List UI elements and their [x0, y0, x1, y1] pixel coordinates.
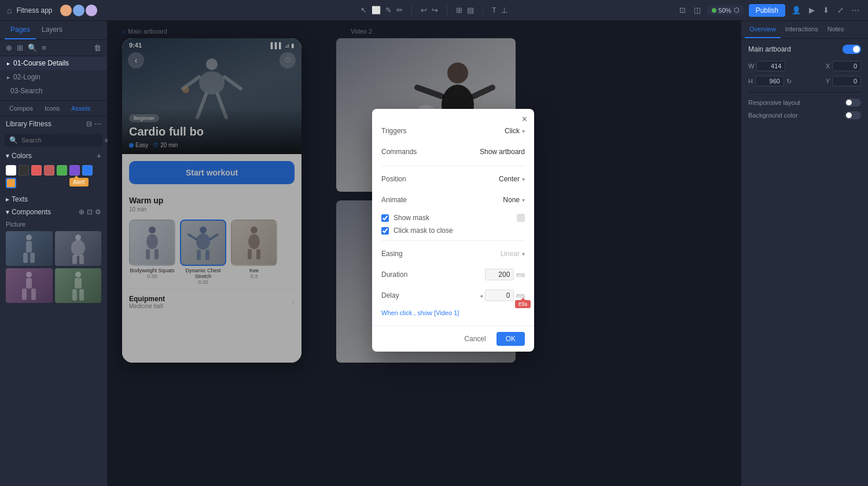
- tab-layers[interactable]: Layers: [36, 21, 68, 39]
- play-icon[interactable]: ▶: [807, 5, 816, 16]
- color-swatch-blue[interactable]: [82, 165, 93, 176]
- draw-tool[interactable]: ✏: [395, 5, 404, 16]
- home-icon[interactable]: ⌂: [7, 6, 12, 15]
- text-tool[interactable]: T: [490, 5, 498, 16]
- picture-thumb-2[interactable]: [55, 231, 102, 266]
- avatar-3: [85, 4, 98, 17]
- frame-tool[interactable]: ⬜: [370, 5, 382, 16]
- duration-input[interactable]: [485, 269, 514, 280]
- add-comp-icon[interactable]: ⊕: [79, 208, 84, 216]
- undo-tool[interactable]: ↩: [419, 5, 429, 16]
- settings-comp-icon[interactable]: ⚙: [95, 208, 101, 216]
- picture-thumb-1[interactable]: [6, 231, 53, 266]
- list-icon[interactable]: ≡: [41, 42, 47, 53]
- height-input[interactable]: [755, 76, 784, 86]
- width-input[interactable]: [756, 61, 785, 71]
- delay-input[interactable]: [485, 290, 514, 301]
- search-bar[interactable]: 🔍 ≡: [5, 134, 102, 147]
- topbar: ⌂ Fitness app ↖ ⬜ ✎ ✏ ↩ ↪ ⊞ ▤ T ⊥ ⊡ ◫: [0, 0, 868, 21]
- search-input[interactable]: [21, 137, 101, 144]
- when-click-text: When click , show [Video 1]: [381, 309, 525, 316]
- publish-button[interactable]: Publish: [749, 4, 785, 17]
- x-input[interactable]: [832, 61, 861, 71]
- animate-chevron: ▾: [522, 197, 525, 203]
- artboard-toggle[interactable]: [843, 45, 861, 54]
- ella-badge: Ella: [515, 300, 531, 308]
- search-icon: 🔍: [9, 136, 18, 144]
- show-mask-checkbox[interactable]: [381, 214, 389, 222]
- progress-icon: ⬡: [734, 6, 740, 14]
- easing-value[interactable]: Linear ▾: [501, 250, 525, 258]
- svg-rect-3: [30, 253, 35, 263]
- responsive-toggle[interactable]: [845, 98, 861, 107]
- color-swatch-purple[interactable]: [69, 165, 80, 176]
- grid-tool[interactable]: ⊞: [454, 5, 464, 16]
- users-icon[interactable]: 👤: [790, 5, 803, 16]
- picture-thumb-4[interactable]: [55, 268, 102, 303]
- figure-svg-3: [17, 270, 41, 302]
- more-library-icon[interactable]: ⋯: [94, 120, 101, 128]
- import-comp-icon[interactable]: ⊡: [87, 208, 93, 216]
- tab-notes[interactable]: Notes: [823, 21, 849, 38]
- svg-rect-15: [79, 289, 84, 301]
- figure-1: [6, 231, 53, 266]
- color-swatch-red[interactable]: [31, 165, 42, 176]
- expand-icon[interactable]: ⤢: [836, 5, 845, 16]
- y-input[interactable]: [832, 76, 861, 86]
- tab-overview[interactable]: Overview: [745, 21, 781, 38]
- animate-row: Animate None ▾: [381, 193, 525, 207]
- y-label: Y: [826, 78, 830, 85]
- pen-tool[interactable]: ✎: [384, 5, 393, 16]
- tab-pages[interactable]: Pages: [5, 21, 36, 39]
- download-icon[interactable]: ⬇: [821, 5, 831, 16]
- refresh-icon[interactable]: ↻: [786, 78, 792, 85]
- components-section-header[interactable]: ▾ Components ⊕ ⊡ ⚙: [0, 206, 107, 218]
- colors-section-header[interactable]: ▾ Colors +: [0, 149, 107, 163]
- easing-chevron: ▾: [522, 251, 525, 257]
- texts-section-header[interactable]: ▸ Texts: [0, 193, 107, 206]
- background-toggle[interactable]: [845, 111, 861, 119]
- modal-close-button[interactable]: ×: [522, 115, 527, 124]
- more-icon[interactable]: ⋯: [850, 5, 861, 16]
- position-value[interactable]: Center ▾: [499, 175, 525, 183]
- select-tool[interactable]: ↖: [359, 5, 369, 16]
- color-swatch-orange[interactable]: [6, 178, 16, 188]
- add-item-icon[interactable]: ⊞: [16, 42, 24, 53]
- avatar-group: [60, 4, 98, 17]
- triggers-value[interactable]: Click ▾: [505, 127, 525, 135]
- tab-interactions[interactable]: Interactions: [781, 21, 823, 38]
- cancel-button[interactable]: Cancel: [458, 332, 491, 346]
- topbar-left: ⌂ Fitness app: [7, 6, 53, 15]
- delay-cursor: ◂: [480, 293, 483, 299]
- color-swatch-white[interactable]: [6, 165, 16, 176]
- click-mask-label: Click mask to close: [393, 226, 453, 235]
- ok-button[interactable]: OK: [496, 332, 525, 346]
- add-page-icon[interactable]: ⊕: [5, 42, 13, 53]
- picture-label: Picture: [6, 221, 101, 228]
- layout-tool[interactable]: ▤: [465, 5, 476, 16]
- components-arrow: ▾: [6, 208, 9, 216]
- page-item-login[interactable]: ▸ 02-Login: [0, 70, 107, 84]
- monitor-icon[interactable]: ⊡: [678, 5, 687, 16]
- picture-thumb-3[interactable]: [6, 268, 53, 303]
- color-swatch-dark-red[interactable]: [44, 165, 54, 176]
- color-swatch-dark[interactable]: [19, 165, 29, 176]
- filter-icon[interactable]: ⊟: [86, 120, 92, 128]
- assets-tab-compos[interactable]: Compos: [5, 103, 38, 114]
- animate-value[interactable]: None ▾: [503, 196, 525, 204]
- page-item-search[interactable]: 03-Search: [0, 84, 107, 98]
- svg-rect-11: [31, 288, 36, 300]
- delete-icon[interactable]: 🗑: [93, 42, 102, 53]
- search-page-icon[interactable]: 🔍: [27, 42, 38, 53]
- figure-2: [55, 231, 102, 266]
- assets-tab-assets[interactable]: Assets: [67, 103, 95, 114]
- add-color-button[interactable]: +: [97, 151, 101, 160]
- color-swatch-green[interactable]: [57, 165, 67, 176]
- assets-tab-icons[interactable]: Icons: [40, 103, 64, 114]
- click-mask-checkbox[interactable]: [381, 227, 389, 235]
- page-item-course-details[interactable]: ▸ 01-Course Details: [0, 56, 107, 70]
- view-icon[interactable]: ◫: [692, 5, 703, 16]
- redo-tool[interactable]: ↪: [430, 5, 440, 16]
- modal-overlay[interactable]: × Triggers Click ▾ Commands: [108, 21, 741, 486]
- align-tool[interactable]: ⊥: [499, 5, 509, 16]
